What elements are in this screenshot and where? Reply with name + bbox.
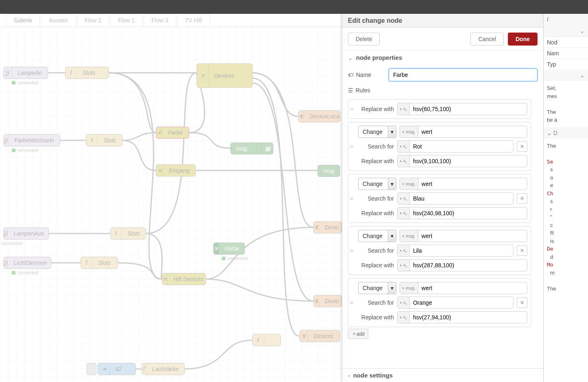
- property-input[interactable]: ▾msg.: [400, 126, 527, 138]
- node-slots-2[interactable]: f Slots: [86, 134, 122, 146]
- search-for-label: Search for: [358, 143, 394, 150]
- type-selector[interactable]: ▾az: [398, 297, 410, 308]
- type-selector[interactable]: ▾msg.: [400, 178, 418, 190]
- tab-aussen[interactable]: Aussen: [41, 14, 76, 26]
- property-input[interactable]: ▾msg.: [400, 282, 527, 294]
- node-devic-2[interactable]: ↯ Devic: [313, 295, 342, 307]
- search-input[interactable]: ▾az: [397, 192, 514, 205]
- node-licht-dimmen[interactable]: )) LichtDimmen connected: [3, 257, 51, 269]
- search-value[interactable]: [410, 297, 513, 308]
- node-lampen-aus[interactable]: )) LampenAus connected: [3, 227, 49, 240]
- drag-handle-icon[interactable]: ≡: [350, 247, 353, 254]
- tab-flow1[interactable]: Flow 1: [110, 14, 142, 26]
- node-devices[interactable]: ⤲ Devices: [197, 63, 253, 88]
- node-farbe-wechseln[interactable]: )) FarbeWechseln connected: [3, 134, 60, 146]
- search-value[interactable]: [410, 141, 513, 152]
- search-value[interactable]: [410, 245, 513, 256]
- replace-input[interactable]: ▾az: [397, 207, 527, 219]
- node-slots-3[interactable]: f Slots: [110, 227, 146, 240]
- node-farbe-selected[interactable]: ✕ Farbe connected: [213, 242, 245, 255]
- inject-button[interactable]: [87, 363, 96, 375]
- tab-galerie[interactable]: Galerie: [6, 14, 40, 26]
- type-selector[interactable]: ▾msg.: [400, 282, 418, 294]
- node-device-loca[interactable]: ↯ DeviceLoca: [298, 110, 341, 122]
- delete-button[interactable]: Delete: [348, 33, 380, 46]
- type-selector[interactable]: ▾msg.: [400, 230, 418, 242]
- drag-handle-icon[interactable]: ≡: [350, 106, 353, 112]
- type-selector[interactable]: ▾az: [398, 245, 410, 256]
- replace-value[interactable]: [410, 207, 527, 219]
- node-msg-debug-1[interactable]: msg ▦: [230, 142, 273, 155]
- type-selector[interactable]: ▾az: [398, 260, 410, 271]
- property-value[interactable]: [418, 282, 527, 294]
- type-selector[interactable]: ▾msg.: [400, 126, 418, 138]
- function-icon: f: [111, 228, 122, 239]
- replace-input[interactable]: ▾az: [397, 311, 527, 323]
- drag-handle-icon[interactable]: ≡: [350, 299, 353, 306]
- replace-value[interactable]: [410, 103, 527, 115]
- tab-flow3[interactable]: Flow 3: [144, 14, 176, 26]
- node-eingang[interactable]: ⤨ Eingang: [156, 164, 196, 177]
- replace-value[interactable]: [410, 260, 527, 271]
- info-details[interactable]: ⌄ D: [544, 127, 588, 139]
- type-selector[interactable]: ▾az: [398, 141, 410, 152]
- property-input[interactable]: ▾msg.: [400, 230, 527, 242]
- node-fn-small[interactable]: f: [252, 334, 281, 346]
- type-selector[interactable]: ▾az: [398, 103, 410, 115]
- node-lautstaerke[interactable]: f Lautstärke: [142, 363, 185, 375]
- tag-icon: 🏷: [348, 72, 354, 78]
- node-label: Farbe: [162, 129, 188, 136]
- node-lampe-an[interactable]: )) LampeAn connected: [3, 67, 48, 79]
- type-selector[interactable]: ▾az: [398, 312, 410, 323]
- drag-handle-icon[interactable]: ≡: [350, 195, 353, 202]
- section-node-properties[interactable]: ⌄ node properties: [342, 50, 543, 64]
- debug-toggle-icon[interactable]: ▦: [262, 143, 273, 154]
- property-value[interactable]: [418, 126, 527, 138]
- type-selector[interactable]: ▾az: [398, 193, 410, 204]
- search-value[interactable]: [410, 193, 513, 204]
- delete-rule-button[interactable]: ✕: [517, 297, 527, 308]
- replace-input[interactable]: ▾az: [397, 259, 527, 271]
- action-select[interactable]: Change▾: [358, 178, 396, 190]
- info-collapse[interactable]: ⌄: [544, 25, 588, 37]
- action-select[interactable]: Change▾: [358, 126, 396, 138]
- node-hifi-devices[interactable]: ⤲ Hifi Devices: [162, 273, 206, 285]
- name-input[interactable]: [389, 68, 538, 81]
- action-select[interactable]: Change▾: [358, 230, 396, 242]
- done-button[interactable]: Done: [508, 33, 538, 46]
- replace-input[interactable]: ▾az: [397, 103, 527, 115]
- delete-rule-button[interactable]: ✕: [517, 245, 527, 256]
- search-input[interactable]: ▾az: [397, 140, 514, 153]
- node-farbe-switch[interactable]: ⤨ Farbe: [156, 127, 189, 139]
- search-input[interactable]: ▾az: [397, 297, 514, 309]
- section-node-settings[interactable]: › node settings: [342, 368, 543, 382]
- cancel-button[interactable]: Cancel: [470, 33, 504, 46]
- add-rule-button[interactable]: ＋ add: [348, 329, 368, 339]
- drag-handle-icon[interactable]: ≡: [350, 143, 353, 150]
- node-slots-4[interactable]: f Slots: [81, 257, 118, 269]
- info-collapse-2[interactable]: ⌄: [544, 70, 588, 81]
- node-msg-debug-2[interactable]: msg: [317, 165, 340, 177]
- property-value[interactable]: [418, 178, 527, 190]
- info-tab[interactable]: i: [544, 14, 588, 25]
- replace-value[interactable]: [410, 312, 527, 323]
- inject-icon[interactable]: ⇥: [98, 363, 109, 375]
- function-icon: f: [66, 67, 77, 79]
- node-devic-1[interactable]: ↯ Devic: [313, 221, 342, 234]
- delete-rule-button[interactable]: ✕: [517, 193, 527, 204]
- node-slots-1[interactable]: f Slots: [65, 67, 109, 79]
- input-icon: )): [4, 67, 12, 79]
- tab-flow2[interactable]: Flow 2: [77, 14, 109, 26]
- node-inject-42[interactable]: ⇥ 42: [98, 363, 136, 375]
- node-device-l[interactable]: ↯ DeviceL: [299, 330, 340, 342]
- replace-input[interactable]: ▾az: [397, 155, 527, 167]
- search-input[interactable]: ▾az: [397, 244, 514, 257]
- action-select[interactable]: Change▾: [358, 282, 396, 294]
- property-input[interactable]: ▾msg.: [400, 178, 527, 190]
- type-selector[interactable]: ▾az: [398, 207, 410, 219]
- replace-value[interactable]: [410, 155, 527, 167]
- tab-tvhifi[interactable]: TV Hifi: [177, 14, 210, 26]
- property-value[interactable]: [418, 230, 527, 242]
- delete-rule-button[interactable]: ✕: [517, 141, 527, 152]
- type-selector[interactable]: ▾az: [398, 155, 410, 167]
